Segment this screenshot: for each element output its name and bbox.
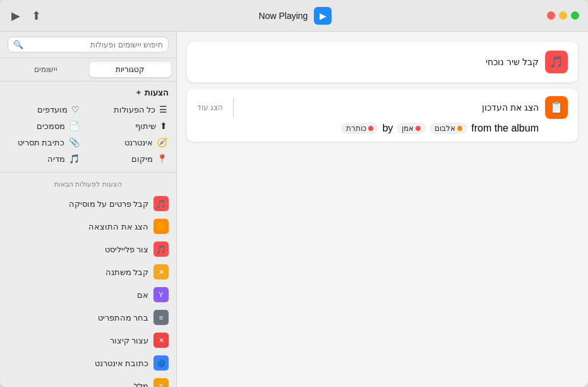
- action-item-docs[interactable]: 📄 מסמכים: [0, 118, 88, 134]
- title-bar-center: Now Playing ▶: [259, 7, 332, 25]
- suggested-icon-5: ≡: [153, 310, 169, 325]
- pill-title-dot: [368, 126, 373, 131]
- action-share-label: שיתוף: [135, 121, 156, 131]
- actions-header: הצעות ✦: [0, 87, 176, 101]
- title-bar-right: [547, 11, 579, 20]
- pill-artist: אמן: [397, 123, 426, 134]
- suggested-item-7[interactable]: 🔵 כתובת אינטרנט: [0, 352, 176, 374]
- action-docs-icon: 📄: [69, 121, 80, 131]
- card2-bottom: from the album אלבום אמן by כותרת: [197, 123, 568, 134]
- search-icon: 🔍: [13, 40, 23, 49]
- minimize-button[interactable]: [559, 11, 567, 20]
- suggested-item-2[interactable]: 🎵 צור פלייליסט: [0, 238, 176, 261]
- suggested-item-4[interactable]: Y אם: [0, 283, 176, 306]
- tab-bar: יישומים קטגוריות: [0, 58, 176, 82]
- play-icon: ▶: [11, 9, 20, 23]
- pill-album: אלבום: [429, 123, 467, 134]
- suggested-label-7: כתובת אינטרנט: [95, 359, 148, 368]
- actions-header-label: הצעות: [145, 88, 169, 97]
- suggested-item-6[interactable]: ✕ עצור קיצור: [0, 329, 176, 352]
- suggested-icon-2: 🎵: [153, 242, 169, 257]
- action-favorites-label: מועדפים: [37, 105, 68, 114]
- suggested-label-4: אם: [137, 290, 148, 300]
- action-item-script[interactable]: 📎 כתיבת תסריט: [0, 134, 88, 150]
- action-internet-icon: 🧭: [157, 137, 167, 147]
- by-label: by: [382, 123, 393, 134]
- card2-top: 📋 הצג את העדכון הצג עוד: [197, 96, 568, 119]
- share-button[interactable]: ⬆: [29, 8, 44, 24]
- action-item-internet[interactable]: 🧭 אינטרנט: [88, 134, 177, 150]
- action-internet-label: אינטרנט: [124, 138, 153, 147]
- suggested-item-0[interactable]: 🎵 קבל פרטים על מוסיקה: [0, 192, 176, 215]
- action-item-favorites[interactable]: ♡ מועדפים: [0, 101, 88, 118]
- action-grid: ☰ כל הפעולות ♡ מועדפים ⬆ שיתוף 📄 מסמכים: [0, 101, 176, 167]
- pill-title: כותרת: [341, 123, 378, 134]
- suggested-label-6: עצור קיצור: [110, 336, 148, 345]
- action-all-icon: ☰: [159, 104, 167, 114]
- tab-categories[interactable]: קטגוריות: [90, 62, 172, 77]
- card2-icon: 📋: [545, 96, 568, 119]
- suggested-item-1[interactable]: 🟠 הצג את התוצאה: [0, 215, 176, 238]
- suggested-header: הצעות לפעולות הבאות: [0, 178, 176, 192]
- now-playing-icon-btn[interactable]: ▶: [314, 7, 332, 25]
- actions-top: הצעות ✦ ☰ כל הפעולות ♡ מועדפים ⬆ שיתוף: [0, 82, 176, 173]
- close-button[interactable]: [547, 11, 555, 20]
- share-icon: ⬆: [32, 9, 41, 23]
- action-location-label: מיקום: [131, 154, 153, 164]
- action-item-all[interactable]: ☰ כל הפעולות: [88, 101, 177, 118]
- action-share-icon: ⬆: [160, 121, 167, 131]
- suggested-icon-6: ✕: [153, 333, 169, 348]
- pill-artist-dot: [416, 126, 421, 131]
- action-media-icon: 🎵: [69, 154, 80, 164]
- action-all-label: כל הפעולות: [114, 105, 155, 114]
- suggested-icon-1: 🟠: [153, 219, 169, 234]
- title-bar: ▶ ⬆ Now Playing ▶: [0, 0, 588, 32]
- suggested-icon-0: 🎵: [153, 196, 169, 211]
- suggested-label-0: קבל פרטים על מוסיקה: [69, 199, 148, 209]
- suggested-icon-7: 🔵: [153, 355, 169, 371]
- traffic-lights: [547, 11, 579, 20]
- card1-text: קבל שיר נוכחי: [197, 57, 539, 67]
- card-current-song[interactable]: 🎵 קבל שיר נוכחי: [187, 42, 578, 82]
- from-album-label: from the album: [471, 123, 539, 134]
- suggested-label-3: קבל משתנה: [105, 267, 148, 277]
- action-item-media[interactable]: 🎵 מדיה: [0, 150, 88, 167]
- pill-title-text: כותרת: [346, 124, 366, 133]
- action-docs-label: מסמכים: [37, 121, 65, 131]
- add-icon: ✦: [135, 88, 142, 97]
- pill-album-text: אלבום: [435, 124, 455, 133]
- suggested-label-8: מלל: [134, 381, 148, 388]
- maximize-button[interactable]: [571, 11, 579, 20]
- action-script-icon: 📎: [69, 137, 80, 147]
- action-media-label: מדיה: [47, 154, 65, 164]
- suggested-icon-3: ✕: [153, 264, 169, 280]
- suggested-label-2: צור פלייליסט: [105, 245, 148, 254]
- search-bar: 🔍: [0, 32, 176, 58]
- suggested-icon-4: Y: [153, 287, 169, 302]
- suggested-section: הצעות לפעולות הבאות 🎵 קבל פרטים על מוסיק…: [0, 173, 176, 387]
- suggested-label-1: הצג את התוצאה: [88, 222, 148, 231]
- app-window: ▶ ⬆ Now Playing ▶ 🔍: [0, 0, 588, 387]
- search-wrapper: 🔍: [8, 37, 169, 52]
- sidebar: 🔍 יישומים קטגוריות הצעות ✦ ☰ כל הפעול: [0, 32, 177, 387]
- suggested-icon-8: ≡: [153, 378, 169, 387]
- pill-artist-text: אמן: [402, 124, 414, 133]
- play-next-label: הצג עוד: [197, 103, 223, 112]
- card2-main-text: הצג את העדכון: [244, 102, 539, 113]
- content-area: 🎵 קבל שיר נוכחי 📋 הצג את העדכון הצג עוד …: [177, 32, 588, 387]
- suggested-item-8[interactable]: ≡ מלל: [0, 374, 176, 387]
- action-script-label: כתיבת תסריט: [18, 138, 64, 147]
- suggested-label-5: בחר מהתפריט: [98, 313, 148, 322]
- play-button[interactable]: ▶: [9, 8, 23, 24]
- search-input[interactable]: [27, 40, 163, 49]
- suggested-item-3[interactable]: ✕ קבל משתנה: [0, 261, 176, 283]
- card-show-update[interactable]: 📋 הצג את העדכון הצג עוד from the album א…: [187, 89, 578, 142]
- pill-album-dot: [457, 126, 462, 131]
- action-item-share[interactable]: ⬆ שיתוף: [88, 118, 177, 134]
- action-item-location[interactable]: 📍 מיקום: [88, 150, 177, 167]
- suggested-item-5[interactable]: ≡ בחר מהתפריט: [0, 306, 176, 329]
- action-favorites-icon: ♡: [71, 104, 80, 114]
- tab-apps[interactable]: יישומים: [5, 62, 87, 77]
- now-playing-play-icon: ▶: [320, 11, 327, 21]
- title-bar-left: ▶ ⬆: [9, 8, 44, 24]
